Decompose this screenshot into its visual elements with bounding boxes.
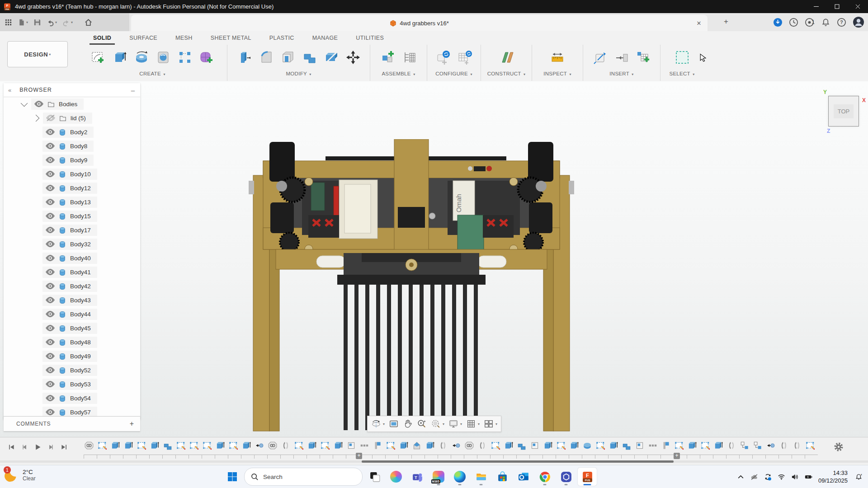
browser-item-body54[interactable]: Body54 (4, 391, 140, 405)
timeline-feature-extrude[interactable] (425, 440, 435, 451)
help-icon[interactable]: ? (837, 18, 846, 27)
timeline-feature-extrude[interactable] (215, 440, 226, 451)
eye-visible-icon[interactable] (34, 101, 44, 108)
collapse-panel-icon[interactable]: « (8, 87, 11, 94)
fillet-icon[interactable] (255, 46, 277, 69)
eye-visible-icon[interactable] (45, 185, 55, 192)
eye-visible-icon[interactable] (45, 367, 55, 374)
new-tab-button[interactable]: + (722, 17, 731, 26)
timeline-feature-sketch[interactable] (293, 440, 304, 451)
timeline-feature-sketch[interactable] (674, 440, 684, 451)
job-status-icon[interactable] (773, 18, 783, 27)
file-icon[interactable]: ▾ (16, 17, 30, 28)
timeline-feature-revert[interactable] (451, 440, 462, 451)
browser-item-body17[interactable]: Body17 (4, 223, 140, 237)
taskbar-app-autodesk-access[interactable] (557, 468, 576, 486)
browser-item-body15[interactable]: Body15 (4, 209, 140, 223)
timeline-feature-mirror[interactable] (477, 440, 488, 451)
hole-icon[interactable] (152, 46, 174, 69)
tab-surface[interactable]: SURFACE (120, 31, 166, 45)
battery-icon[interactable] (805, 473, 812, 481)
select-icon[interactable] (671, 46, 693, 69)
taskbar-clock[interactable]: 14:33 09/12/2025 (818, 469, 848, 484)
go-to-start-button[interactable] (5, 441, 17, 453)
timeline-feature-extrude[interactable] (542, 440, 553, 451)
ribbon-group-label[interactable]: SELECT ▾ (669, 71, 694, 76)
browser-item-body45[interactable]: Body45 (4, 321, 140, 335)
create-form-icon[interactable] (196, 46, 217, 69)
timeline-feature-mirror[interactable] (438, 440, 448, 451)
taskbar-app-teams[interactable]: T (408, 468, 427, 486)
browser-item-lid-5-[interactable]: lid (5) (4, 111, 140, 125)
ribbon-group-label[interactable]: CONFIGURE ▾ (435, 71, 472, 76)
taskbar-app-chrome[interactable] (535, 468, 554, 486)
ribbon-group-label[interactable]: CONSTRUCT ▾ (487, 71, 526, 76)
eye-visible-icon[interactable] (45, 227, 55, 234)
timeline-feature-pattern[interactable] (529, 440, 540, 451)
timeline-feature-sketch[interactable] (385, 440, 396, 451)
document-tab-close-icon[interactable]: ✕ (695, 19, 703, 27)
timeline-feature-link[interactable] (464, 440, 475, 451)
timeline-feature-sketch[interactable] (556, 440, 566, 451)
browser-item-body13[interactable]: Body13 (4, 195, 140, 209)
taskbar-app-outlook[interactable] (514, 468, 533, 486)
sync-icon[interactable] (764, 473, 772, 481)
eye-visible-icon[interactable] (45, 171, 55, 178)
start-button[interactable] (223, 468, 241, 486)
timeline-feature-sketch[interactable] (136, 440, 147, 451)
rectangular-pattern-icon[interactable] (174, 46, 196, 69)
eye-visible-icon[interactable] (45, 325, 55, 332)
timeline-feature-link[interactable] (84, 440, 94, 451)
ribbon-group-label[interactable]: INSERT ▾ (609, 71, 633, 76)
eye-visible-icon[interactable] (45, 283, 55, 290)
close-button[interactable] (847, 0, 868, 13)
timeline-feature-mirror[interactable] (280, 440, 291, 451)
browser-item-body10[interactable]: Body10 (4, 167, 140, 181)
eye-visible-icon[interactable] (45, 199, 55, 206)
eye-visible-icon[interactable] (45, 143, 55, 150)
zoom-icon[interactable] (417, 419, 427, 429)
timeline-feature-revolve[interactable] (582, 440, 593, 451)
timeline-feature-component[interactable] (739, 440, 750, 451)
add-comment-button[interactable]: + (130, 420, 134, 428)
measure-icon[interactable] (547, 46, 568, 69)
timeline-feature-combine[interactable] (621, 440, 632, 451)
timeline-feature-sketch[interactable] (595, 440, 606, 451)
minimize-panel-icon[interactable]: – (131, 86, 135, 94)
split-body-icon[interactable] (321, 46, 342, 69)
timeline-feature-sketch[interactable] (97, 440, 108, 451)
timeline-group-expand-button[interactable]: + (674, 453, 680, 459)
viewports-icon[interactable]: ▾ (484, 419, 497, 429)
timeline-feature-chamfer[interactable] (411, 440, 422, 451)
go-to-end-button[interactable] (58, 441, 70, 453)
timeline-feature-sketch[interactable] (700, 440, 711, 451)
chevron-down-icon[interactable] (21, 100, 28, 107)
timeline-feature-sketch[interactable] (490, 440, 501, 451)
timeline-feature-extrude[interactable] (687, 440, 698, 451)
tab-solid[interactable]: SOLID (84, 31, 120, 45)
viewport-canvas[interactable]: Omah TOP (0, 81, 868, 437)
timeline-feature-pattern[interactable] (346, 440, 357, 451)
taskbar-app-m365-copilot[interactable]: M365 (429, 468, 448, 486)
combine-icon[interactable] (299, 46, 321, 69)
eye-visible-icon[interactable] (45, 395, 55, 402)
timeline-feature-pattern[interactable] (634, 440, 645, 451)
revolve-icon[interactable] (131, 46, 152, 69)
decal-icon[interactable] (611, 46, 632, 69)
timeline-settings-gear-icon[interactable] (834, 442, 844, 452)
eye-visible-icon[interactable] (45, 297, 55, 304)
timeline-feature-extrude[interactable] (241, 440, 252, 451)
browser-item-body52[interactable]: Body52 (4, 363, 140, 377)
wifi-icon[interactable] (778, 473, 785, 481)
extrude-icon[interactable] (109, 46, 131, 69)
bell-icon[interactable] (821, 18, 830, 27)
timeline-feature-sketch[interactable] (228, 440, 239, 451)
timeline-feature-mirror[interactable] (726, 440, 737, 451)
chevron-right-icon[interactable] (33, 115, 40, 122)
eye-visible-icon[interactable] (45, 129, 55, 136)
hidden-icons-icon[interactable] (737, 473, 745, 481)
look-at-icon[interactable] (389, 419, 399, 429)
view-cube-face[interactable]: TOP (834, 104, 854, 118)
ribbon-group-label[interactable]: INSPECT ▾ (543, 71, 571, 76)
create-sketch-icon[interactable] (87, 46, 109, 69)
